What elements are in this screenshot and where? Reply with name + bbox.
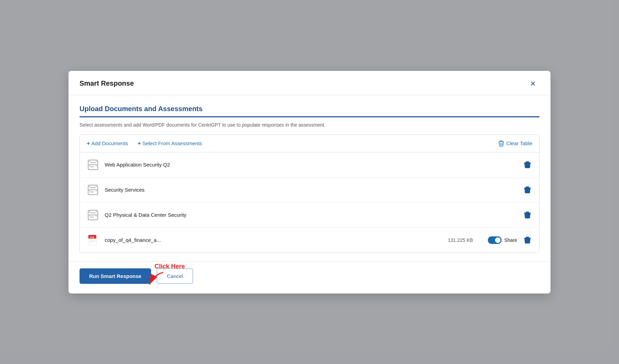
svg-rect-6 [88,160,90,162]
section-desc: Select assessments and add Word/PDF docu… [80,122,539,128]
table-container: + Add Documents + Select From Assessment… [80,135,539,253]
modal-body: Upload Documents and Assessments Select … [69,95,550,261]
row-size: 131.225 KB [448,237,482,243]
toolbar-left: + Add Documents + Select From Assessment… [87,140,202,147]
delete-row-2-button[interactable] [523,185,532,195]
delete-icon [524,186,531,194]
share-toggle[interactable] [488,236,502,244]
table-toolbar: + Add Documents + Select From Assessment… [80,135,539,152]
svg-rect-23 [88,214,90,216]
clear-table-label: Clear Table [506,140,532,146]
svg-rect-22 [88,210,90,212]
plus-icon: + [87,140,90,147]
row-name: Security Services [105,187,517,193]
svg-rect-25 [96,214,98,216]
assessment-icon [87,209,99,221]
select-assessments-button[interactable]: + Select From Assessments [138,140,202,147]
modal-title: Smart Response [80,79,134,87]
svg-rect-17 [96,189,98,191]
delete-icon [524,161,531,169]
clear-table-button[interactable]: Clear Table [499,140,532,147]
table-row: Security Services [80,178,539,203]
click-here-text: Click Here [155,263,185,270]
svg-rect-24 [96,210,98,212]
close-button[interactable] [526,78,539,89]
arrow-icon [144,271,172,288]
delete-icon [524,236,531,244]
add-documents-label: Add Documents [91,140,128,146]
table-row: PDF copy_of_q4_finance_a... 131.225 KB S… [80,228,539,253]
svg-rect-9 [96,164,98,166]
table-rows: Web Application Security Q2 [80,152,539,253]
delete-row-1-button[interactable] [523,160,532,170]
assessment-icon [87,159,99,171]
row-share: Share [488,236,517,244]
svg-text:PDF: PDF [90,236,95,238]
delete-row-4-button[interactable] [523,235,532,245]
plus-icon-2: + [138,140,141,147]
svg-rect-15 [88,189,90,191]
svg-rect-7 [88,164,90,166]
trash-icon [499,140,504,147]
modal-header: Smart Response [69,71,550,95]
select-assessments-label: Select From Assessments [142,140,202,146]
svg-rect-16 [96,185,98,187]
svg-rect-8 [96,160,98,162]
section-title: Upload Documents and Assessments [80,105,539,117]
assessment-icon [87,184,99,196]
row-name: Q2 Physical & Data Center Security [105,212,517,218]
row-name: Web Application Security Q2 [105,162,517,168]
row-name: copy_of_q4_finance_a... [105,237,442,243]
modal-overlay: Smart Response Upload Documents and Asse… [0,0,619,364]
modal: Smart Response Upload Documents and Asse… [69,71,550,293]
modal-footer: Run Smart Response Cancel Click Here [69,261,550,293]
table-row: Q2 Physical & Data Center Security [80,203,539,228]
click-annotation: Click Here [144,263,185,288]
share-label: Share [504,237,517,243]
run-smart-response-button[interactable]: Run Smart Response [80,268,151,284]
table-row: Web Application Security Q2 [80,152,539,178]
delete-row-3-button[interactable] [523,210,532,220]
add-documents-button[interactable]: + Add Documents [87,140,128,147]
close-icon [529,80,537,87]
svg-rect-14 [88,185,90,187]
delete-icon [524,211,531,219]
pdf-icon: PDF [87,234,99,246]
